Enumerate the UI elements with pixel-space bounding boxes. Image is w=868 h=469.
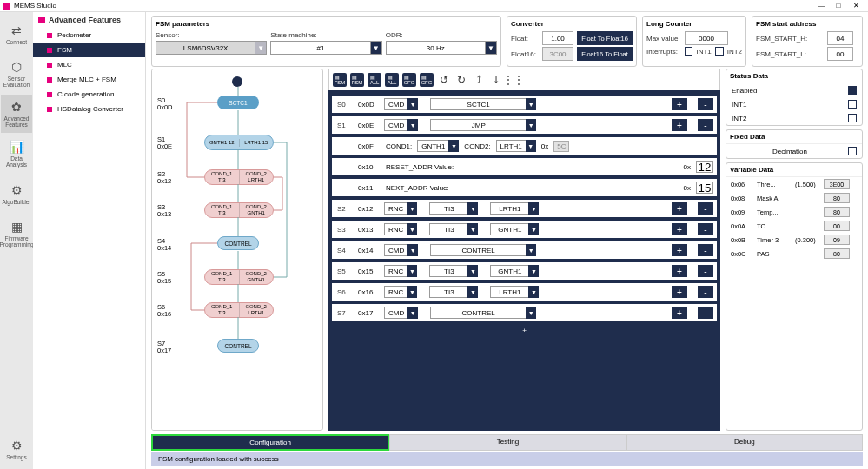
float16-to-float-button[interactable]: Float16 To Float — [577, 47, 633, 61]
variable-value-input[interactable]: 80 — [824, 207, 850, 217]
toolbar-button-2[interactable]: ▤ALL — [368, 73, 381, 87]
sidebar-item-fsm[interactable]: FSM — [33, 43, 145, 57]
dropdown[interactable]: LRTH1▼ — [496, 140, 536, 152]
odr-select[interactable]: 30 Hz ▼ — [386, 41, 497, 55]
toolbar-button-10[interactable]: ⋮⋮ — [507, 73, 520, 87]
flow-node[interactable]: CONTREL — [217, 339, 259, 353]
add-button[interactable]: + — [672, 307, 687, 319]
status-checkbox[interactable] — [848, 86, 857, 95]
sensor-select[interactable]: LSM6DSV32X ▼ — [156, 41, 267, 55]
toolbar-button-0[interactable]: ▤FSM — [333, 73, 347, 87]
add-button[interactable]: + — [672, 119, 687, 131]
remove-button[interactable]: - — [698, 202, 713, 215]
state-machine-select[interactable]: #1 ▼ — [270, 41, 381, 55]
rail-item-sensor-evaluation[interactable]: ⬡Sensor Evaluation — [1, 55, 32, 93]
sidebar-item-pedometer[interactable]: Pedometer — [33, 28, 145, 43]
float-to-float16-button[interactable]: Float To Float16 — [577, 31, 633, 45]
toolbar-button-7[interactable]: ↻ — [454, 73, 468, 87]
flow-node[interactable]: GNTH1 12LRTH1 15 — [204, 135, 274, 150]
add-button[interactable]: + — [672, 98, 687, 110]
variable-value-input[interactable]: 09 — [824, 234, 850, 245]
add-button[interactable]: + — [672, 244, 687, 256]
dropdown[interactable]: CMD▼ — [384, 119, 418, 131]
sidebar-item-merge-mlc-fsm[interactable]: Merge MLC + FSM — [33, 72, 145, 87]
remove-button[interactable]: - — [698, 286, 713, 298]
flow-node[interactable]: COND_1 TI3COND_2 LRTH1 — [204, 169, 274, 185]
dropdown[interactable]: GNTH1▼ — [490, 223, 539, 235]
add-button[interactable]: + — [672, 286, 687, 298]
dropdown[interactable]: CMD▼ — [384, 98, 418, 110]
add-button[interactable]: + — [672, 265, 687, 277]
variable-value-input[interactable]: 00 — [824, 221, 850, 231]
remove-button[interactable]: - — [698, 119, 713, 131]
toolbar-button-6[interactable]: ↺ — [437, 73, 451, 87]
tab-debug[interactable]: Debug — [626, 434, 863, 451]
flow-node[interactable]: COND_1 TI3COND_2 GNTH1 — [204, 202, 274, 218]
remove-button[interactable]: - — [698, 98, 713, 110]
remove-button[interactable]: - — [698, 307, 713, 319]
rail-item-algobuilder[interactable]: ⚙AlgoBuilder — [1, 175, 32, 213]
remove-button[interactable]: - — [698, 244, 713, 256]
dropdown[interactable]: LRTH1▼ — [490, 286, 539, 298]
toolbar-button-5[interactable]: ▤CFG — [420, 73, 434, 87]
rail-item-firmware-programming[interactable]: ▦Firmware Programming — [1, 215, 32, 253]
variable-value-input[interactable]: 80 — [824, 193, 850, 203]
dropdown[interactable]: SCTC1▼ — [430, 98, 536, 110]
status-checkbox[interactable] — [848, 100, 857, 109]
add-button[interactable]: + — [672, 223, 687, 235]
dropdown[interactable]: CMD▼ — [384, 244, 418, 256]
flow-node[interactable]: SCTC1 — [217, 96, 259, 109]
rail-item-settings[interactable]: ⚙Settings — [1, 430, 32, 468]
float16-input[interactable] — [542, 47, 573, 61]
tab-testing[interactable]: Testing — [389, 434, 626, 451]
rail-item-data-analysis[interactable]: 📊Data Analysis — [1, 135, 32, 173]
toolbar-button-3[interactable]: ▤ALL — [385, 73, 399, 87]
dropdown[interactable]: RNC▼ — [384, 265, 417, 277]
dropdown[interactable]: RNC▼ — [384, 202, 417, 215]
window-close-button[interactable]: ✕ — [847, 2, 865, 10]
dropdown[interactable]: CONTREL▼ — [430, 244, 536, 256]
window-maximize-button[interactable]: □ — [830, 2, 847, 10]
max-value-input[interactable] — [685, 31, 728, 45]
toolbar-button-9[interactable]: ⤓ — [489, 73, 503, 87]
remove-button[interactable]: - — [698, 265, 713, 277]
toolbar-button-1[interactable]: ▤FSM — [350, 73, 364, 87]
remove-button[interactable]: - — [698, 223, 713, 235]
sidebar-item-c-code-generation[interactable]: C code generation — [33, 87, 145, 102]
dropdown[interactable]: TI3▼ — [429, 223, 478, 235]
add-step-button[interactable]: + — [332, 325, 717, 336]
status-checkbox[interactable] — [848, 114, 857, 122]
dropdown[interactable]: RNC▼ — [384, 286, 417, 298]
dropdown[interactable]: GNTH1▼ — [490, 265, 539, 277]
dropdown[interactable]: CMD▼ — [384, 307, 418, 319]
rail-item-advanced-features[interactable]: ✿Advanced Features — [1, 95, 32, 133]
dropdown[interactable]: TI3▼ — [429, 286, 478, 298]
dropdown[interactable]: GNTH1▼ — [417, 140, 459, 152]
variable-value-input[interactable]: 3E00 — [824, 179, 850, 189]
addr-value-input[interactable] — [696, 161, 713, 173]
float-input[interactable] — [542, 31, 573, 45]
flow-node[interactable]: CONTREL — [217, 236, 259, 250]
rail-item-connect[interactable]: ⇄Connect — [1, 15, 32, 53]
dropdown[interactable]: JMP▼ — [430, 119, 536, 131]
start-l-input[interactable] — [827, 47, 853, 61]
int2-checkbox[interactable] — [715, 47, 724, 56]
dropdown[interactable]: TI3▼ — [429, 265, 478, 277]
sidebar-item-hsdatalog-converter[interactable]: HSDatalog Converter — [33, 102, 145, 116]
dropdown[interactable]: TI3▼ — [429, 202, 478, 215]
sidebar-item-mlc[interactable]: MLC — [33, 57, 145, 72]
add-button[interactable]: + — [672, 202, 687, 215]
dropdown[interactable]: CONTREL▼ — [430, 307, 536, 319]
toolbar-button-4[interactable]: ▤CFG — [402, 73, 416, 87]
window-minimize-button[interactable]: — — [812, 2, 830, 10]
dropdown[interactable]: RNC▼ — [384, 223, 417, 235]
int1-checkbox[interactable] — [685, 47, 693, 56]
start-h-input[interactable] — [827, 31, 853, 45]
decimation-checkbox[interactable] — [848, 147, 857, 155]
addr-value-input[interactable] — [696, 182, 713, 194]
dropdown[interactable]: LRTH1▼ — [490, 202, 539, 215]
variable-value-input[interactable]: 80 — [824, 248, 850, 259]
toolbar-button-8[interactable]: ⤴ — [472, 73, 486, 87]
flow-node[interactable]: COND_1 TI3COND_2 GNTH1 — [204, 269, 274, 285]
tab-configuration[interactable]: Configuration — [151, 434, 389, 451]
